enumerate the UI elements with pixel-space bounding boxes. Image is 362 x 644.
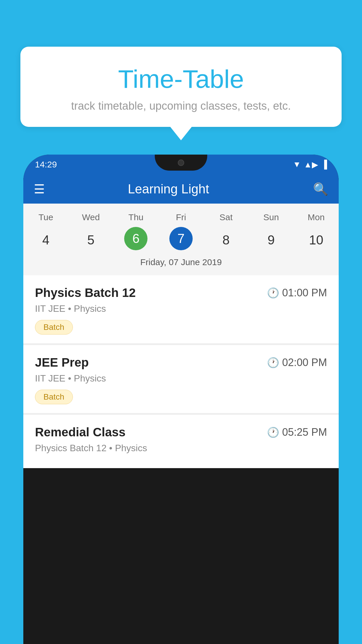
app-title: Learning Light bbox=[54, 182, 283, 196]
batch-tag-1: Batch bbox=[35, 390, 73, 404]
day-header-mon: Mon bbox=[294, 209, 339, 225]
day-number-9[interactable]: 9 bbox=[249, 227, 294, 253]
search-icon[interactable]: 🔍 bbox=[313, 182, 328, 196]
class-name-2: Remedial Class bbox=[35, 425, 126, 439]
status-icons: ▼ ▲▶ ▐ bbox=[293, 160, 327, 169]
status-bar: 14:29 ▼ ▲▶ ▐ bbox=[23, 155, 339, 174]
day-header-fri: Fri bbox=[159, 209, 204, 225]
day-number-5[interactable]: 5 bbox=[68, 227, 114, 253]
day-number-7[interactable]: 7 bbox=[169, 227, 193, 250]
content-list: Physics Batch 12 🕐 01:00 PM IIT JEE • Ph… bbox=[23, 275, 339, 468]
class-card-header-0: Physics Batch 12 🕐 01:00 PM bbox=[35, 286, 327, 300]
phone-frame: 14:29 ▼ ▲▶ ▐ ☰ Learning Light 🔍 TueWedTh… bbox=[23, 155, 339, 644]
class-meta-1: IIT JEE • Physics bbox=[35, 373, 327, 384]
day-header-sun: Sun bbox=[249, 209, 294, 225]
class-card-0[interactable]: Physics Batch 12 🕐 01:00 PM IIT JEE • Ph… bbox=[23, 275, 339, 343]
day-numbers[interactable]: 45678910 bbox=[23, 227, 339, 253]
notch bbox=[155, 155, 207, 171]
day-header-thu: Thu bbox=[113, 209, 159, 225]
status-time: 14:29 bbox=[35, 160, 57, 169]
camera bbox=[178, 160, 184, 166]
batch-tag-0: Batch bbox=[35, 320, 73, 335]
clock-icon-1: 🕐 bbox=[267, 357, 279, 368]
calendar-strip: TueWedThuFriSatSunMon 45678910 Friday, 0… bbox=[23, 204, 339, 275]
app-bar: ☰ Learning Light 🔍 bbox=[23, 174, 339, 204]
class-meta-2: Physics Batch 12 • Physics bbox=[35, 443, 327, 454]
class-time-1: 🕐 02:00 PM bbox=[267, 356, 327, 369]
clock-icon-2: 🕐 bbox=[267, 426, 279, 438]
class-card-header-1: JEE Prep 🕐 02:00 PM bbox=[35, 356, 327, 370]
class-card-1[interactable]: JEE Prep 🕐 02:00 PM IIT JEE • Physics Ba… bbox=[23, 345, 339, 413]
class-card-header-2: Remedial Class 🕐 05:25 PM bbox=[35, 425, 327, 439]
class-meta-0: IIT JEE • Physics bbox=[35, 303, 327, 314]
day-number-8[interactable]: 8 bbox=[203, 227, 249, 253]
hamburger-icon[interactable]: ☰ bbox=[34, 182, 45, 196]
class-name-1: JEE Prep bbox=[35, 356, 89, 370]
class-time-2: 🕐 05:25 PM bbox=[267, 426, 327, 438]
battery-icon: ▐ bbox=[321, 160, 327, 169]
selected-date-label: Friday, 07 June 2019 bbox=[23, 253, 339, 272]
day-header-sat: Sat bbox=[203, 209, 249, 225]
day-number-10[interactable]: 10 bbox=[294, 227, 339, 253]
tooltip-card: Time-Table track timetable, upcoming cla… bbox=[20, 47, 342, 127]
day-header-wed: Wed bbox=[68, 209, 114, 225]
class-time-0: 🕐 01:00 PM bbox=[267, 287, 327, 299]
day-number-4[interactable]: 4 bbox=[23, 227, 68, 253]
day-headers: TueWedThuFriSatSunMon bbox=[23, 209, 339, 225]
tooltip-subtitle: track timetable, upcoming classes, tests… bbox=[38, 100, 324, 112]
day-header-tue: Tue bbox=[23, 209, 68, 225]
wifi-icon: ▼ bbox=[293, 160, 301, 169]
class-card-2[interactable]: Remedial Class 🕐 05:25 PM Physics Batch … bbox=[23, 415, 339, 468]
clock-icon-0: 🕐 bbox=[267, 287, 279, 299]
signal-icon: ▲▶ bbox=[304, 160, 318, 169]
day-number-6[interactable]: 6 bbox=[124, 227, 147, 250]
class-name-0: Physics Batch 12 bbox=[35, 286, 136, 300]
tooltip-title: Time-Table bbox=[38, 64, 324, 94]
